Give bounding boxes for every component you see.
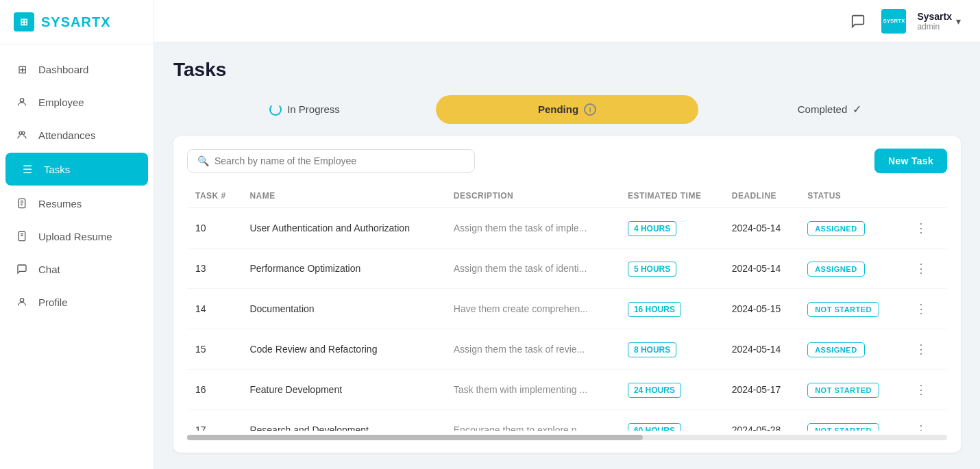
- task-tabs: In Progress Pending i Completed ✓: [173, 94, 961, 124]
- cell-deadline: 2024-05-14: [724, 208, 799, 249]
- cell-deadline: 2024-05-28: [724, 410, 799, 431]
- cell-estimated-time: 5 HOURS: [620, 249, 724, 289]
- sidebar-item-label: Chat: [38, 264, 60, 275]
- table-header: TASK # NAME DESCRIPTION ESTIMATED TIME D…: [187, 184, 947, 208]
- cell-actions: ⋮: [901, 289, 947, 329]
- cell-description: Have them create comprehen...: [445, 289, 620, 329]
- tab-in-progress[interactable]: In Progress: [173, 95, 436, 124]
- attendances-icon: [15, 128, 29, 142]
- check-icon: ✓: [853, 103, 861, 116]
- col-deadline: DEADLINE: [724, 184, 799, 208]
- table-toolbar: 🔍 New Task: [187, 149, 947, 173]
- table-row: 10 User Authentication and Authorization…: [187, 208, 947, 249]
- cell-actions: ⋮: [901, 410, 947, 431]
- header-logo-text: SYSRTX: [883, 18, 905, 24]
- row-more-button[interactable]: ⋮: [909, 379, 933, 400]
- row-more-button[interactable]: ⋮: [909, 299, 933, 319]
- cell-estimated-time: 24 HOURS: [620, 370, 724, 410]
- sidebar-item-label: Profile: [38, 296, 68, 308]
- cell-estimated-time: 8 HOURS: [620, 329, 724, 370]
- cell-description: Assign them the task of revie...: [445, 329, 620, 370]
- col-status: STATUS: [799, 184, 901, 208]
- cell-deadline: 2024-05-15: [724, 289, 799, 329]
- table-scroll-area[interactable]: TASK # NAME DESCRIPTION ESTIMATED TIME D…: [187, 184, 947, 431]
- search-box[interactable]: 🔍: [187, 149, 475, 173]
- row-more-button[interactable]: ⋮: [909, 258, 933, 279]
- resumes-icon: [15, 197, 29, 210]
- cell-name: Performance Optimization: [241, 249, 445, 289]
- table-row: 13 Performance Optimization Assign them …: [187, 249, 947, 289]
- tasks-table-container: 🔍 New Task TASK # NAME DESCRIPTION ESTIM…: [173, 136, 961, 453]
- table-row: 15 Code Review and Refactoring Assign th…: [187, 329, 947, 370]
- cell-description: Assign them the task of identi...: [445, 249, 620, 289]
- tab-label: Completed: [798, 103, 848, 115]
- cell-deadline: 2024-05-17: [724, 370, 799, 410]
- horizontal-scrollbar[interactable]: [187, 435, 947, 440]
- header: SYSRTX Sysartx admin ▾: [154, 0, 980, 42]
- cell-deadline: 2024-05-14: [724, 249, 799, 289]
- cell-task-num: 15: [187, 329, 241, 370]
- row-more-button[interactable]: ⋮: [909, 339, 933, 359]
- cell-name: User Authentication and Authorization: [241, 208, 445, 249]
- sidebar-item-tasks[interactable]: ☰ Tasks: [5, 153, 148, 186]
- cell-description: Encourage them to explore n...: [445, 410, 620, 431]
- sidebar-item-profile[interactable]: Profile: [0, 286, 154, 318]
- header-user-info: Sysartx admin: [917, 11, 952, 31]
- cell-description: Task them with implementing ...: [445, 370, 620, 410]
- cell-actions: ⋮: [901, 329, 947, 370]
- logo-icon: ⊞: [14, 12, 34, 31]
- logo-text: SYSARTX: [41, 14, 110, 30]
- tab-completed[interactable]: Completed ✓: [698, 94, 961, 124]
- cell-task-num: 16: [187, 370, 241, 410]
- header-chat-icon[interactable]: [846, 9, 870, 34]
- upload-resume-icon: [15, 229, 29, 243]
- svg-point-10: [20, 299, 23, 302]
- sidebar-item-label: Resumes: [38, 198, 82, 210]
- sidebar-nav: ⊞ Dashboard Employee Attendances ☰ Tasks: [0, 45, 154, 469]
- sidebar-item-resumes[interactable]: Resumes: [0, 187, 154, 220]
- tasks-table: TASK # NAME DESCRIPTION ESTIMATED TIME D…: [187, 184, 947, 431]
- cell-actions: ⋮: [901, 249, 947, 289]
- col-task-num: TASK #: [187, 184, 241, 208]
- sidebar: ⊞ SYSARTX ⊞ Dashboard Employee Attendanc…: [0, 0, 154, 469]
- search-input[interactable]: [215, 155, 465, 166]
- cell-status: NOT STARTED: [799, 289, 901, 329]
- cell-status: ASSIGNED: [799, 329, 901, 370]
- cell-status: ASSIGNED: [799, 208, 901, 249]
- header-user-menu[interactable]: Sysartx admin ▾: [917, 11, 961, 31]
- cell-task-num: 17: [187, 410, 241, 431]
- sidebar-item-attendances[interactable]: Attendances: [0, 118, 154, 151]
- table-row: 16 Feature Development Task them with im…: [187, 370, 947, 410]
- main-area: SYSRTX Sysartx admin ▾ Tasks In Progress…: [154, 0, 980, 469]
- cell-name: Feature Development: [241, 370, 445, 410]
- page-content: Tasks In Progress Pending i Completed ✓ …: [154, 42, 980, 469]
- col-description: DESCRIPTION: [445, 184, 620, 208]
- cell-name: Documentation: [241, 289, 445, 329]
- table-row: 17 Research and Development Encourage th…: [187, 410, 947, 431]
- logo-text-part2: X: [101, 14, 110, 29]
- cell-task-num: 10: [187, 208, 241, 249]
- sidebar-item-label: Dashboard: [38, 64, 88, 75]
- cell-status: NOT STARTED: [799, 410, 901, 431]
- profile-icon: [15, 295, 29, 309]
- sidebar-item-employee[interactable]: Employee: [0, 86, 154, 118]
- page-title: Tasks: [173, 59, 961, 81]
- svg-point-0: [20, 99, 23, 102]
- cell-estimated-time: 4 HOURS: [620, 208, 724, 249]
- cell-deadline: 2024-05-14: [724, 329, 799, 370]
- search-icon: 🔍: [197, 155, 209, 166]
- cell-name: Research and Development: [241, 410, 445, 431]
- sidebar-item-upload-resume[interactable]: Upload Resume: [0, 220, 154, 253]
- new-task-button[interactable]: New Task: [874, 149, 947, 173]
- sidebar-item-chat[interactable]: Chat: [0, 253, 154, 286]
- info-icon: i: [584, 103, 596, 116]
- cell-description: Assign them the task of imple...: [445, 208, 620, 249]
- col-estimated-time: ESTIMATED TIME: [620, 184, 724, 208]
- table-row: 14 Documentation Have them create compre…: [187, 289, 947, 329]
- row-more-button[interactable]: ⋮: [909, 218, 933, 238]
- cell-name: Code Review and Refactoring: [241, 329, 445, 370]
- sidebar-item-dashboard[interactable]: ⊞ Dashboard: [0, 53, 154, 86]
- tab-pending[interactable]: Pending i: [436, 95, 698, 124]
- col-name: NAME: [241, 184, 445, 208]
- row-more-button[interactable]: ⋮: [909, 420, 933, 431]
